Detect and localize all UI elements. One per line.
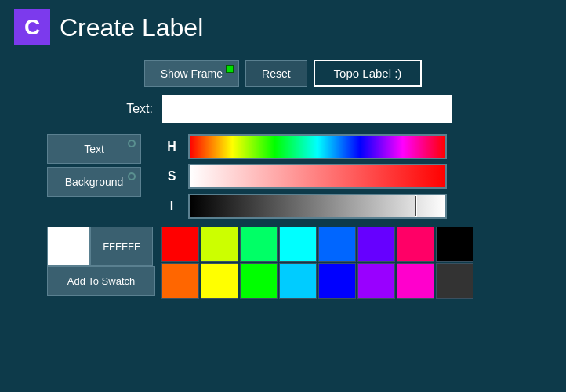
app-icon: C — [14, 9, 50, 45]
text-mode-label: Text — [84, 143, 104, 155]
background-color-mode-button[interactable]: Background — [47, 167, 141, 197]
reset-label: Reset — [262, 67, 291, 80]
intensity-gradient — [190, 195, 445, 217]
swatch-yellow[interactable] — [201, 263, 238, 299]
swatch-grid — [161, 227, 473, 299]
toolbar: Show Frame Reset Topo Label :) — [0, 60, 566, 87]
color-mode-col: Text Background — [47, 134, 149, 197]
intensity-thumb — [415, 195, 417, 217]
green-dot-indicator — [226, 65, 234, 73]
saturation-slider-row: S — [165, 164, 519, 189]
current-swatch-preview — [47, 227, 90, 266]
swatch-bright-green[interactable] — [240, 263, 278, 299]
swatch-blue[interactable] — [318, 227, 356, 262]
swatch-magenta[interactable] — [397, 227, 434, 262]
swatch-hex-value: FFFFFF — [90, 227, 153, 266]
swatch-purple[interactable] — [357, 227, 395, 262]
swatch-violet[interactable] — [357, 263, 395, 299]
topo-label-text: Topo Label :) — [334, 67, 402, 80]
hex-text: FFFFFF — [103, 241, 140, 252]
icon-letter: C — [24, 15, 40, 40]
text-color-mode-button[interactable]: Text — [47, 134, 141, 164]
hue-label: H — [165, 140, 179, 154]
swatch-orange[interactable] — [161, 263, 199, 299]
show-frame-label: Show Frame — [161, 67, 223, 80]
swatch-left-col: FFFFFF Add To Swatch — [47, 227, 155, 299]
swatch-pink[interactable] — [397, 263, 434, 299]
hue-gradient — [190, 136, 445, 158]
header: C Create Label — [0, 0, 566, 55]
add-to-swatch-button[interactable]: Add To Swatch — [47, 266, 155, 296]
swatches-area: FFFFFF Add To Swatch — [0, 219, 566, 299]
swatch-row-1 — [161, 227, 473, 262]
swatch-row-2 — [161, 263, 473, 299]
swatch-light-blue[interactable] — [279, 263, 317, 299]
saturation-gradient — [190, 165, 445, 187]
topo-label-button[interactable]: Topo Label :) — [314, 60, 423, 87]
reset-button[interactable]: Reset — [245, 60, 307, 87]
swatch-cyan[interactable] — [279, 227, 317, 262]
swatch-black[interactable] — [436, 227, 473, 262]
swatch-lime[interactable] — [201, 227, 238, 262]
add-swatch-label: Add To Swatch — [67, 275, 135, 287]
swatch-preview-row: FFFFFF — [47, 227, 155, 266]
background-mode-label: Background — [65, 176, 124, 188]
show-frame-button[interactable]: Show Frame — [144, 60, 239, 87]
saturation-slider-track[interactable] — [188, 164, 447, 189]
main-area: Text Background H S I — [0, 134, 566, 219]
intensity-slider-row: I — [165, 194, 519, 219]
hue-slider-track[interactable] — [188, 134, 447, 159]
saturation-label: S — [165, 169, 179, 183]
swatch-dark-blue[interactable] — [318, 263, 356, 299]
intensity-slider-track[interactable] — [188, 194, 447, 219]
label-text-input[interactable] — [162, 95, 452, 123]
text-field-label: Text: — [114, 102, 153, 116]
swatch-green[interactable] — [240, 227, 278, 262]
hsi-sliders-col: H S I — [165, 134, 519, 219]
swatch-dark-gray[interactable] — [436, 263, 473, 299]
page-title: Create Label — [60, 13, 203, 42]
background-mode-indicator — [128, 172, 136, 180]
intensity-label: I — [165, 199, 179, 213]
text-input-row: Text: — [0, 95, 566, 123]
swatch-red[interactable] — [161, 227, 199, 262]
text-mode-indicator — [128, 140, 136, 147]
hue-slider-row: H — [165, 134, 519, 159]
